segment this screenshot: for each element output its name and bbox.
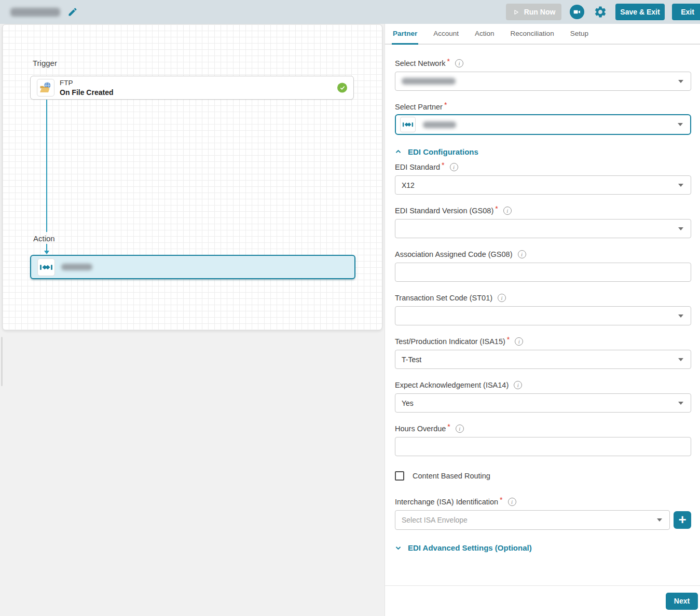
vertical-scrollbar[interactable]	[1, 337, 3, 386]
chevron-down-icon	[678, 314, 683, 318]
field-expect-acknowledgement: Expect Acknowledgement (ISA14) Yes	[395, 381, 691, 413]
run-now-label: Run Now	[524, 8, 556, 16]
info-icon[interactable]	[515, 337, 523, 346]
handshake-icon	[400, 117, 416, 132]
add-isa-envelope-button[interactable]	[674, 511, 691, 529]
edi-standard-value: X12	[402, 181, 415, 189]
required-asterisk: *	[495, 204, 498, 213]
info-icon[interactable]	[456, 425, 464, 433]
required-asterisk: *	[447, 422, 450, 431]
required-asterisk: *	[507, 335, 510, 344]
field-select-network: Select Network*	[395, 59, 691, 91]
edi-standard-version-label: EDI Standard Version (GS08)	[395, 207, 493, 215]
tab-account[interactable]: Account	[433, 30, 459, 44]
chevron-up-icon	[395, 148, 402, 155]
content-based-routing-row: Content Based Routing	[395, 471, 691, 481]
select-partner-label: Select Partner	[395, 103, 443, 111]
field-edi-standard-version: EDI Standard Version (GS08)*	[395, 207, 691, 238]
next-button[interactable]: Next	[666, 593, 698, 610]
info-icon[interactable]	[450, 163, 458, 171]
expect-acknowledgement-value: Yes	[402, 399, 414, 407]
edi-standard-dropdown[interactable]: X12	[395, 175, 691, 195]
chevron-down-icon	[678, 184, 683, 187]
trigger-action-connector	[46, 100, 47, 232]
content-based-routing-checkbox[interactable]	[395, 471, 404, 481]
edi-configurations-toggle[interactable]: EDI Configurations	[395, 147, 691, 156]
panel-tabs: Partner Account Action Reconciliation Se…	[385, 24, 700, 45]
field-edi-standard: EDI Standard* X12	[395, 163, 691, 195]
field-transaction-set-code: Transaction Set Code (ST01)	[395, 294, 691, 325]
hours-overdue-label: Hours Overdue	[395, 425, 446, 433]
handshake-icon	[37, 258, 55, 276]
save-exit-button[interactable]: Save & Exit	[615, 4, 665, 20]
info-icon[interactable]	[514, 381, 522, 389]
required-asterisk: *	[442, 161, 444, 169]
video-icon[interactable]	[570, 5, 584, 19]
partner-value-redacted	[423, 121, 456, 128]
arrow-down-icon	[44, 251, 49, 254]
tab-action[interactable]: Action	[475, 30, 495, 44]
tab-reconciliation[interactable]: Reconciliation	[511, 30, 554, 44]
workflow-title-redacted	[10, 8, 60, 17]
isa-envelope-dropdown[interactable]: Select ISA Envelope	[395, 510, 670, 530]
network-value-redacted	[402, 78, 456, 85]
edi-advanced-settings-toggle[interactable]: EDI Advanced Settings (Optional)	[395, 543, 691, 552]
topbar: Run Now Save & Exit Exit	[0, 0, 700, 24]
ftp-folder-globe-icon	[37, 79, 54, 97]
edi-standard-version-dropdown[interactable]	[395, 219, 691, 238]
info-icon[interactable]	[518, 250, 526, 258]
trigger-section-label: Trigger	[33, 59, 57, 67]
exit-button[interactable]: Exit	[672, 4, 700, 20]
tab-setup[interactable]: Setup	[570, 30, 588, 44]
canvas-column: Trigger FTP On File Created	[0, 24, 385, 616]
config-panel: Partner Account Action Reconciliation Se…	[385, 24, 700, 616]
transaction-set-code-dropdown[interactable]	[395, 306, 691, 325]
tab-partner[interactable]: Partner	[393, 30, 417, 44]
isa-envelope-placeholder: Select ISA Envelope	[402, 516, 468, 524]
action-node-partner[interactable]	[30, 255, 355, 279]
association-assigned-code-label: Association Assigned Code (GS08)	[395, 250, 513, 258]
select-partner-dropdown[interactable]	[395, 114, 691, 135]
field-test-production-indicator: Test/Production Indicator (ISA15)* T-Tes…	[395, 337, 691, 369]
chevron-down-icon	[678, 80, 683, 83]
hours-overdue-input[interactable]	[395, 437, 691, 456]
workflow-canvas[interactable]: Trigger FTP On File Created	[2, 24, 382, 331]
edi-configurations-title: EDI Configurations	[408, 147, 478, 156]
edit-title-icon[interactable]	[67, 7, 78, 17]
chevron-down-icon	[678, 358, 683, 361]
test-production-indicator-dropdown[interactable]: T-Test	[395, 350, 691, 369]
content-based-routing-label: Content Based Routing	[413, 472, 490, 480]
trigger-node-app: FTP	[60, 78, 113, 88]
info-icon[interactable]	[503, 207, 512, 215]
association-assigned-code-input[interactable]	[395, 263, 691, 282]
edi-standard-label: EDI Standard	[395, 163, 440, 171]
gear-icon[interactable]	[594, 5, 607, 19]
action-connector-segment	[46, 244, 47, 251]
play-icon	[512, 8, 520, 16]
chevron-down-icon	[395, 544, 402, 551]
required-asterisk: *	[500, 496, 502, 504]
field-select-partner: Select Partner*	[395, 103, 691, 135]
transaction-set-code-label: Transaction Set Code (ST01)	[395, 294, 492, 302]
field-association-assigned-code: Association Assigned Code (GS08)	[395, 250, 691, 282]
expect-acknowledgement-label: Expect Acknowledgement (ISA14)	[395, 381, 509, 389]
action-node-label-redacted	[61, 264, 92, 270]
trigger-node-ftp[interactable]: FTP On File Created	[30, 76, 354, 100]
test-production-indicator-value: T-Test	[402, 355, 421, 364]
panel-footer: Next	[385, 585, 700, 616]
action-section-label: Action	[33, 234, 55, 243]
select-network-label: Select Network	[395, 59, 446, 67]
expect-acknowledgement-dropdown[interactable]: Yes	[395, 393, 691, 413]
trigger-node-event: On File Created	[60, 88, 113, 97]
field-hours-overdue: Hours Overdue*	[395, 425, 691, 456]
select-network-dropdown[interactable]	[395, 72, 691, 91]
edi-advanced-settings-title: EDI Advanced Settings (Optional)	[408, 543, 532, 552]
info-icon[interactable]	[498, 294, 506, 302]
chevron-down-icon	[678, 402, 683, 405]
success-check-icon	[337, 83, 347, 93]
chevron-down-icon	[678, 123, 683, 126]
run-now-button[interactable]: Run Now	[506, 4, 561, 20]
app-window: Run Now Save & Exit Exit Trigger	[0, 0, 700, 616]
info-icon[interactable]	[508, 498, 516, 506]
info-icon[interactable]	[455, 59, 463, 67]
